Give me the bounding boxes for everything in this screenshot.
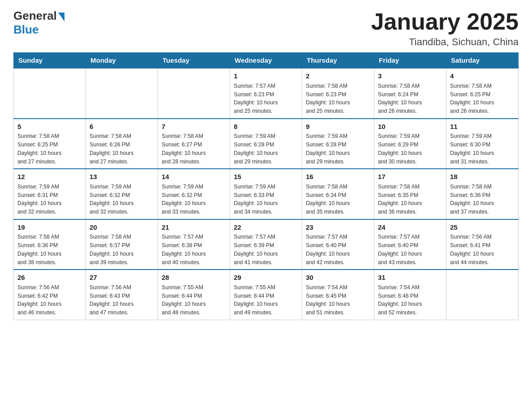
calendar-cell — [14, 68, 86, 119]
day-number: 11 — [450, 122, 515, 132]
calendar-cell: 29Sunrise: 7:55 AMSunset: 6:44 PMDayligh… — [230, 270, 302, 320]
calendar-cell: 31Sunrise: 7:54 AMSunset: 6:46 PMDayligh… — [374, 270, 446, 320]
calendar-cell: 8Sunrise: 7:59 AMSunset: 6:28 PMDaylight… — [230, 119, 302, 169]
calendar-cell: 12Sunrise: 7:59 AMSunset: 6:31 PMDayligh… — [14, 169, 86, 219]
column-header-sunday: Sunday — [14, 53, 86, 68]
day-info: Sunrise: 7:59 AMSunset: 6:28 PMDaylight:… — [234, 133, 278, 164]
day-number: 26 — [17, 273, 82, 283]
calendar-cell: 4Sunrise: 7:58 AMSunset: 6:25 PMDaylight… — [446, 68, 519, 119]
logo-blue-text: Blue — [13, 23, 39, 37]
calendar-week-row: 12Sunrise: 7:59 AMSunset: 6:31 PMDayligh… — [14, 169, 519, 219]
day-info: Sunrise: 7:54 AMSunset: 6:46 PMDaylight:… — [378, 284, 422, 316]
day-number: 29 — [234, 273, 298, 283]
day-info: Sunrise: 7:56 AMSunset: 6:42 PMDaylight:… — [17, 284, 61, 316]
calendar-cell: 26Sunrise: 7:56 AMSunset: 6:42 PMDayligh… — [14, 270, 86, 320]
day-info: Sunrise: 7:57 AMSunset: 6:39 PMDaylight:… — [234, 234, 278, 265]
day-number: 28 — [162, 273, 226, 283]
day-number: 21 — [162, 223, 226, 232]
day-number: 20 — [90, 223, 154, 232]
day-info: Sunrise: 7:58 AMSunset: 6:26 PMDaylight:… — [90, 133, 133, 164]
day-info: Sunrise: 7:58 AMSunset: 6:35 PMDaylight:… — [378, 184, 422, 215]
day-info: Sunrise: 7:59 AMSunset: 6:32 PMDaylight:… — [162, 184, 206, 215]
day-number: 25 — [450, 223, 515, 232]
day-number: 1 — [234, 71, 298, 81]
calendar-cell: 22Sunrise: 7:57 AMSunset: 6:39 PMDayligh… — [230, 219, 302, 270]
calendar-cell: 15Sunrise: 7:59 AMSunset: 6:33 PMDayligh… — [230, 169, 302, 219]
day-info: Sunrise: 7:55 AMSunset: 6:44 PMDaylight:… — [234, 284, 278, 316]
column-header-monday: Monday — [86, 53, 158, 68]
day-number: 9 — [306, 122, 370, 132]
calendar-table: SundayMondayTuesdayWednesdayThursdayFrid… — [13, 52, 519, 320]
day-number: 3 — [378, 71, 442, 81]
day-info: Sunrise: 7:57 AMSunset: 6:40 PMDaylight:… — [306, 234, 350, 265]
day-number: 13 — [90, 172, 154, 182]
page-header: General Blue January 2025 Tiandiba, Sich… — [13, 9, 519, 48]
day-number: 5 — [17, 122, 82, 132]
day-number: 7 — [162, 122, 226, 132]
day-info: Sunrise: 7:55 AMSunset: 6:44 PMDaylight:… — [162, 284, 206, 316]
day-number: 24 — [378, 223, 442, 232]
calendar-week-row: 26Sunrise: 7:56 AMSunset: 6:42 PMDayligh… — [14, 270, 519, 320]
day-info: Sunrise: 7:59 AMSunset: 6:29 PMDaylight:… — [378, 133, 422, 164]
column-header-friday: Friday — [374, 53, 446, 68]
calendar-week-row: 19Sunrise: 7:58 AMSunset: 6:36 PMDayligh… — [14, 219, 519, 270]
day-number: 31 — [378, 273, 442, 283]
day-number: 2 — [306, 71, 370, 81]
day-number: 4 — [450, 71, 515, 81]
day-info: Sunrise: 7:58 AMSunset: 6:37 PMDaylight:… — [90, 234, 133, 265]
day-info: Sunrise: 7:58 AMSunset: 6:24 PMDaylight:… — [378, 83, 422, 114]
calendar-cell: 25Sunrise: 7:56 AMSunset: 6:41 PMDayligh… — [446, 219, 519, 270]
calendar-cell: 9Sunrise: 7:59 AMSunset: 6:28 PMDaylight… — [302, 119, 374, 169]
calendar-cell: 27Sunrise: 7:56 AMSunset: 6:43 PMDayligh… — [86, 270, 158, 320]
calendar-cell: 20Sunrise: 7:58 AMSunset: 6:37 PMDayligh… — [86, 219, 158, 270]
calendar-cell: 3Sunrise: 7:58 AMSunset: 6:24 PMDaylight… — [374, 68, 446, 119]
day-number: 18 — [450, 172, 515, 182]
calendar-week-row: 5Sunrise: 7:58 AMSunset: 6:25 PMDaylight… — [14, 119, 519, 169]
calendar-cell: 14Sunrise: 7:59 AMSunset: 6:32 PMDayligh… — [158, 169, 230, 219]
day-info: Sunrise: 7:57 AMSunset: 6:23 PMDaylight:… — [234, 83, 278, 114]
column-header-tuesday: Tuesday — [158, 53, 230, 68]
day-info: Sunrise: 7:54 AMSunset: 6:45 PMDaylight:… — [306, 284, 350, 316]
logo: General Blue — [13, 9, 64, 37]
day-number: 8 — [234, 122, 298, 132]
column-header-thursday: Thursday — [302, 53, 374, 68]
calendar-cell — [446, 270, 519, 320]
day-info: Sunrise: 7:57 AMSunset: 6:40 PMDaylight:… — [378, 234, 422, 265]
calendar-cell — [158, 68, 230, 119]
calendar-cell: 2Sunrise: 7:58 AMSunset: 6:23 PMDaylight… — [302, 68, 374, 119]
day-number: 17 — [378, 172, 442, 182]
day-info: Sunrise: 7:58 AMSunset: 6:25 PMDaylight:… — [450, 83, 494, 114]
logo-arrow-icon — [58, 13, 64, 21]
day-number: 15 — [234, 172, 298, 182]
day-info: Sunrise: 7:59 AMSunset: 6:28 PMDaylight:… — [306, 133, 350, 164]
calendar-header-row: SundayMondayTuesdayWednesdayThursdayFrid… — [14, 53, 519, 68]
day-number: 19 — [17, 223, 82, 232]
calendar-cell: 1Sunrise: 7:57 AMSunset: 6:23 PMDaylight… — [230, 68, 302, 119]
day-info: Sunrise: 7:59 AMSunset: 6:30 PMDaylight:… — [450, 133, 494, 164]
calendar-week-row: 1Sunrise: 7:57 AMSunset: 6:23 PMDaylight… — [14, 68, 519, 119]
calendar-cell: 13Sunrise: 7:59 AMSunset: 6:32 PMDayligh… — [86, 169, 158, 219]
day-info: Sunrise: 7:58 AMSunset: 6:36 PMDaylight:… — [450, 184, 494, 215]
day-number: 16 — [306, 172, 370, 182]
calendar-cell: 5Sunrise: 7:58 AMSunset: 6:25 PMDaylight… — [14, 119, 86, 169]
calendar-cell: 6Sunrise: 7:58 AMSunset: 6:26 PMDaylight… — [86, 119, 158, 169]
day-number: 14 — [162, 172, 226, 182]
calendar-cell: 24Sunrise: 7:57 AMSunset: 6:40 PMDayligh… — [374, 219, 446, 270]
day-number: 30 — [306, 273, 370, 283]
calendar-cell: 17Sunrise: 7:58 AMSunset: 6:35 PMDayligh… — [374, 169, 446, 219]
calendar-cell: 18Sunrise: 7:58 AMSunset: 6:36 PMDayligh… — [446, 169, 519, 219]
calendar-cell: 11Sunrise: 7:59 AMSunset: 6:30 PMDayligh… — [446, 119, 519, 169]
day-number: 6 — [90, 122, 154, 132]
calendar-cell: 10Sunrise: 7:59 AMSunset: 6:29 PMDayligh… — [374, 119, 446, 169]
calendar-cell: 7Sunrise: 7:58 AMSunset: 6:27 PMDaylight… — [158, 119, 230, 169]
title-section: January 2025 Tiandiba, Sichuan, China — [371, 9, 519, 48]
calendar-title: January 2025 — [371, 9, 519, 34]
day-number: 10 — [378, 122, 442, 132]
column-header-saturday: Saturday — [446, 53, 519, 68]
day-info: Sunrise: 7:56 AMSunset: 6:43 PMDaylight:… — [90, 284, 133, 316]
day-number: 27 — [90, 273, 154, 283]
day-number: 23 — [306, 223, 370, 232]
day-info: Sunrise: 7:58 AMSunset: 6:34 PMDaylight:… — [306, 184, 350, 215]
calendar-cell: 21Sunrise: 7:57 AMSunset: 6:38 PMDayligh… — [158, 219, 230, 270]
day-info: Sunrise: 7:59 AMSunset: 6:32 PMDaylight:… — [90, 184, 133, 215]
